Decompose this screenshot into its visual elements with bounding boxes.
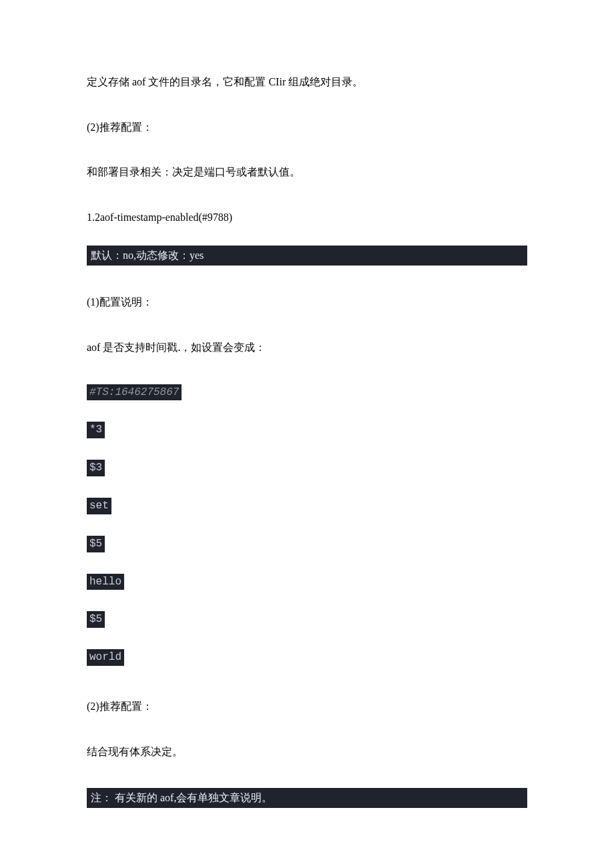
section-heading-aof-timestamp: 1.2aof-timestamp-enabled(#9788): [87, 209, 527, 226]
paragraph-recommended-config-1-label: (2)推荐配置：: [87, 119, 527, 136]
code-chip-dollar5a: $5: [87, 536, 105, 552]
code-line-world: world: [87, 649, 527, 666]
paragraph-recommended-config-2-label: (2)推荐配置：: [87, 698, 527, 715]
document-page: 定义存储 aof 文件的目录名，它和配置 CIir 组成绝对目录。 (2)推荐配…: [0, 0, 614, 848]
code-line-dollar5b: $5: [87, 611, 527, 628]
code-line-dollar5a: $5: [87, 536, 527, 552]
code-chip-hello: hello: [87, 574, 124, 590]
code-chip-world: world: [87, 649, 124, 666]
paragraph-definition: 定义存储 aof 文件的目录名，它和配置 CIir 组成绝对目录。: [87, 73, 527, 91]
code-chip-star3: *3: [87, 422, 105, 438]
code-chip-ts: #TS:1646275867: [87, 384, 182, 401]
code-chip-dollar5b: $5: [87, 611, 105, 628]
code-chip-dollar3: $3: [87, 460, 105, 476]
code-line-ts: #TS:1646275867: [87, 384, 527, 401]
note-bar: 注： 有关新的 aof,会有单独文章说明。: [87, 788, 527, 808]
code-chip-set: set: [87, 498, 111, 514]
code-line-dollar3: $3: [87, 460, 527, 476]
default-dynamic-bar: 默认：no,动态修改：yes: [87, 246, 527, 266]
paragraph-deploy-dir: 和部署目录相关：决定是端口号或者默认值。: [87, 163, 527, 181]
paragraph-config-desc-label: (1)配置说明：: [87, 294, 527, 311]
paragraph-aof-timestamp-desc: aof 是否支持时间戳.，如设置会变成：: [87, 339, 527, 356]
code-line-hello: hello: [87, 574, 527, 590]
code-line-star3: *3: [87, 422, 527, 438]
paragraph-decide-by-system: 结合现有体系决定。: [87, 743, 527, 761]
code-line-set: set: [87, 498, 527, 514]
